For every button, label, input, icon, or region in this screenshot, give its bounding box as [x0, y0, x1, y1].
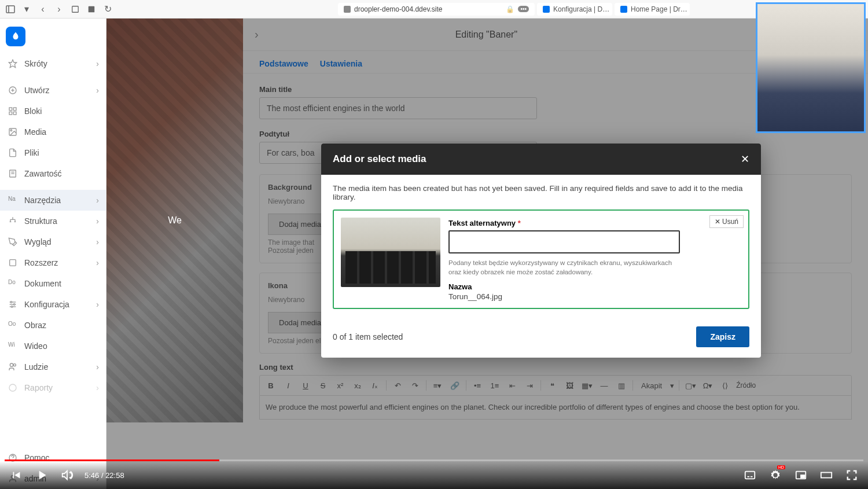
- sidebar-item-bloki[interactable]: Bloki: [0, 101, 106, 122]
- styles-icon[interactable]: ▢▾: [684, 379, 697, 392]
- quote-icon[interactable]: ❝: [546, 379, 558, 392]
- sidebar-item-struktura[interactable]: Struktura›: [0, 211, 106, 231]
- outdent-icon[interactable]: ⇤: [506, 379, 518, 392]
- settings-icon[interactable]: HD: [767, 467, 784, 483]
- tab-label: Home Page | Dr…: [631, 5, 687, 13]
- tab-podstawowe[interactable]: Podstawowe: [259, 59, 308, 68]
- modal-title: Add or select media: [333, 153, 426, 165]
- svg-rect-29: [745, 472, 755, 479]
- url-text: droopler-demo-004.ddev.site: [354, 5, 443, 13]
- undo-icon[interactable]: ↶: [391, 379, 404, 392]
- svg-point-23: [11, 306, 13, 308]
- volume-icon[interactable]: [59, 467, 75, 483]
- list-ol-icon[interactable]: 1≡: [488, 379, 501, 392]
- sidebar-item-dokument[interactable]: DoDokument: [0, 273, 106, 294]
- chevron-right-icon: ›: [96, 258, 99, 267]
- sidebar-item-konfiguracja[interactable]: Konfiguracja›: [0, 294, 106, 315]
- source-icon[interactable]: ⟨⟩: [719, 379, 731, 392]
- svg-rect-8: [9, 108, 12, 111]
- separator: [632, 380, 633, 391]
- miniplayer-icon[interactable]: [793, 467, 809, 483]
- sidebar-item-wideo[interactable]: WiWideo: [0, 336, 106, 356]
- sidebar-item-ludzie[interactable]: Ludzie›: [0, 356, 106, 377]
- link-icon[interactable]: 🔗: [448, 379, 461, 392]
- sidebar-label: Struktura: [24, 216, 57, 226]
- drupal-logo[interactable]: [6, 27, 25, 46]
- embed-icon[interactable]: ▥: [615, 379, 628, 392]
- tab-home[interactable]: Home Page | Dr…: [615, 3, 690, 16]
- sidebar-label: Raporty: [24, 383, 53, 392]
- bold-icon[interactable]: B: [264, 379, 277, 392]
- reader-icon[interactable]: [86, 3, 97, 15]
- sidebar-item-pliki[interactable]: Pliki: [0, 142, 106, 163]
- media-item-card: ✕ Usuń Tekst alternatywny * Podany tekst…: [333, 209, 749, 309]
- strike-icon[interactable]: S: [317, 379, 329, 392]
- sidebar-label: Media: [24, 127, 46, 137]
- text-icon: Na: [8, 196, 17, 205]
- italic-icon[interactable]: I: [282, 379, 295, 392]
- separator: [540, 380, 541, 391]
- underline-icon[interactable]: U: [299, 379, 312, 392]
- svg-point-24: [10, 363, 13, 366]
- svg-rect-9: [13, 108, 16, 111]
- back-button[interactable]: ›: [255, 28, 259, 41]
- sidebar-item-raporty[interactable]: Raporty›: [0, 377, 106, 398]
- media-thumbnail: [341, 218, 440, 287]
- main-title-input[interactable]: [259, 97, 537, 119]
- align-icon[interactable]: ≡▾: [431, 379, 444, 392]
- sidebar-item-media[interactable]: Media: [0, 122, 106, 142]
- sidebar-item-utworz[interactable]: Utwórz›: [0, 80, 106, 101]
- format-select[interactable]: Akapit: [638, 381, 665, 390]
- sidebar-item-skroty[interactable]: Skróty›: [0, 53, 106, 74]
- prev-icon[interactable]: [8, 467, 24, 483]
- fullscreen-icon[interactable]: [844, 467, 860, 483]
- separator: [386, 380, 387, 391]
- chevron-right-icon: ›: [96, 383, 99, 392]
- rte-toolbar: B I U S x² x₂ Iₓ ↶ ↷ ≡▾ 🔗 •≡: [259, 375, 852, 396]
- alt-text-input[interactable]: [448, 230, 680, 253]
- redo-icon[interactable]: ↷: [409, 379, 421, 392]
- drupal-favicon: [543, 6, 550, 13]
- tab-ustawienia[interactable]: Ustawienia: [320, 59, 362, 68]
- chevron-right-icon: ›: [96, 362, 99, 372]
- subtitles-icon[interactable]: [742, 467, 758, 483]
- remove-button[interactable]: ✕ Usuń: [709, 215, 744, 228]
- source-label[interactable]: Źródło: [736, 381, 756, 389]
- more-icon[interactable]: •••: [518, 6, 529, 12]
- table-icon[interactable]: ▦▾: [580, 379, 593, 392]
- chevron-down-icon[interactable]: ▾: [21, 3, 32, 15]
- video-time: 5:46 / 22:58: [84, 471, 124, 480]
- long-text-label: Long text: [259, 363, 852, 372]
- svg-rect-17: [10, 260, 16, 266]
- url-bar[interactable]: droopler-demo-004.ddev.site 🔒 •••: [338, 3, 535, 16]
- special-char-icon[interactable]: Ω▾: [701, 379, 714, 392]
- shield-icon[interactable]: [69, 3, 81, 15]
- sidebar-item-obraz[interactable]: OoObraz: [0, 315, 106, 336]
- sidebar-item-rozszerz[interactable]: Rozszerz›: [0, 252, 106, 273]
- clear-format-icon[interactable]: Iₓ: [369, 379, 381, 392]
- forward-icon[interactable]: ›: [53, 3, 65, 15]
- back-icon[interactable]: ‹: [37, 3, 49, 15]
- sidebar-item-zawartosc[interactable]: Zawartość: [0, 163, 106, 184]
- sidebar-label: Dokument: [24, 279, 61, 288]
- list-ul-icon[interactable]: •≡: [471, 379, 484, 392]
- sidebar-item-narzedzia[interactable]: NaNarzędzia›: [0, 190, 106, 211]
- chevron-right-icon: ›: [96, 300, 99, 309]
- page-favicon: [344, 6, 351, 13]
- sidebar-label: Wygląd: [24, 237, 52, 247]
- indent-icon[interactable]: ⇥: [523, 379, 536, 392]
- sidebar-item-wyglad[interactable]: Wygląd›: [0, 231, 106, 252]
- hr-icon[interactable]: —: [598, 379, 610, 392]
- save-button[interactable]: Zapisz: [696, 326, 749, 347]
- play-icon[interactable]: [34, 467, 50, 483]
- image-icon[interactable]: 🖼: [563, 379, 576, 392]
- superscript-icon[interactable]: x²: [334, 379, 347, 392]
- sidebar-toggle-icon[interactable]: [5, 3, 16, 15]
- svg-point-22: [13, 304, 15, 306]
- tab-konfiguracja[interactable]: Konfiguracja | D…: [537, 3, 612, 16]
- theater-icon[interactable]: [818, 467, 834, 483]
- close-icon[interactable]: ✕: [741, 153, 749, 166]
- refresh-icon[interactable]: ↻: [102, 3, 113, 15]
- long-text-editor[interactable]: We produce the most powerful and efficie…: [259, 396, 852, 420]
- subscript-icon[interactable]: x₂: [351, 379, 364, 392]
